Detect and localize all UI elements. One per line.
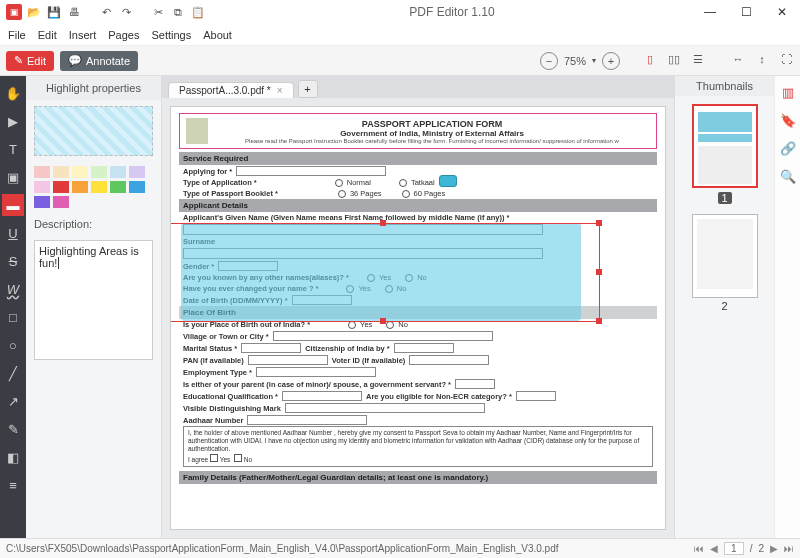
fit-page-icon[interactable]: ⛶ [778,53,794,69]
resize-handle-ne[interactable] [596,220,602,226]
form-title: PASSPORT APPLICATION FORM [214,119,650,129]
annotate-mode-button[interactable]: 💬 Annotate [60,51,138,71]
color-swatch[interactable] [34,181,50,193]
parentgov-input[interactable] [455,379,495,389]
sticky-note-icon[interactable]: ▣ [2,166,24,188]
document-tab[interactable]: PassportA...3.0.pdf * × [168,82,294,98]
continuous-icon[interactable]: ☰ [690,53,706,69]
color-swatch[interactable] [53,166,69,178]
bookmarks-icon[interactable]: 🔖 [778,110,798,130]
p60-radio[interactable] [402,190,410,198]
thumbnail-page-2[interactable] [692,214,758,298]
color-swatch[interactable] [72,166,88,178]
description-textarea[interactable]: Highlighting Areas is fun! [34,240,153,360]
marital-input[interactable] [241,343,301,353]
maximize-button[interactable]: ☐ [728,0,764,24]
paste-icon[interactable]: 📋 [190,4,206,20]
resize-handle-n[interactable] [380,220,386,226]
undo-icon[interactable]: ↶ [98,4,114,20]
agree-yes-checkbox[interactable] [210,454,218,462]
color-swatch[interactable] [91,181,107,193]
thumbnails-icon[interactable]: ▥ [778,82,798,102]
normal-radio[interactable] [335,179,343,187]
arrow-tool-icon[interactable]: ↗ [2,390,24,412]
voter-input[interactable] [409,355,489,365]
minimize-button[interactable]: ― [692,0,728,24]
prev-page-icon[interactable]: ◀ [710,543,718,554]
print-icon[interactable]: 🖶 [66,4,82,20]
color-swatch[interactable] [110,181,126,193]
open-icon[interactable]: 📂 [26,4,42,20]
p36-radio[interactable] [338,190,346,198]
search-icon[interactable]: 🔍 [778,166,798,186]
page-current[interactable]: 1 [724,542,744,555]
distmark-input[interactable] [285,403,485,413]
resize-handle-s[interactable] [380,318,386,324]
line-tool-icon[interactable]: ╱ [2,362,24,384]
edu-input[interactable] [282,391,362,401]
hand-tool-icon[interactable]: ✋ [2,82,24,104]
color-swatch[interactable] [91,166,107,178]
rectangle-tool-icon[interactable]: □ [2,306,24,328]
squiggly-tool-icon[interactable]: W [2,278,24,300]
applying-for-input[interactable] [236,166,386,176]
tab-close-icon[interactable]: × [277,85,283,96]
single-page-icon[interactable]: ▯ [642,53,658,69]
attachments-icon[interactable]: 🔗 [778,138,798,158]
citizen-input[interactable] [394,343,454,353]
menu-insert[interactable]: Insert [69,29,97,41]
menu-edit[interactable]: Edit [38,29,57,41]
menu-settings[interactable]: Settings [151,29,191,41]
next-page-icon[interactable]: ▶ [770,543,778,554]
last-page-icon[interactable]: ⏭ [784,543,794,554]
village-input[interactable] [273,331,493,341]
copy-icon[interactable]: ⧉ [170,4,186,20]
save-icon[interactable]: 💾 [46,4,62,20]
fit-width-icon[interactable]: ↔ [730,53,746,69]
zoom-level[interactable]: 75% [564,55,586,67]
color-swatch[interactable] [34,196,50,208]
nonecr-input[interactable] [516,391,556,401]
aadhaar-input[interactable] [247,415,367,425]
color-swatch[interactable] [34,166,50,178]
ellipse-tool-icon[interactable]: ○ [2,334,24,356]
cut-icon[interactable]: ✂ [150,4,166,20]
stamp-tool-icon[interactable]: ≡ [2,474,24,496]
tatkaal-radio[interactable] [399,179,407,187]
agree-no-checkbox[interactable] [234,454,242,462]
color-swatch[interactable] [53,196,69,208]
color-swatch[interactable] [53,181,69,193]
color-swatch[interactable] [129,181,145,193]
new-tab-button[interactable]: + [298,80,318,98]
resize-handle-se[interactable] [596,318,602,324]
resize-handle-e[interactable] [596,269,602,275]
emp-input[interactable] [256,367,376,377]
redo-icon[interactable]: ↷ [118,4,134,20]
zoom-out-button[interactable]: − [540,52,558,70]
two-page-icon[interactable]: ▯▯ [666,53,682,69]
highlight-annotation[interactable] [181,223,581,321]
first-page-icon[interactable]: ⏮ [694,543,704,554]
page-total: 2 [758,543,764,554]
zoom-in-button[interactable]: + [602,52,620,70]
highlight-area-tool-icon[interactable]: ▬ [2,194,24,216]
close-button[interactable]: ✕ [764,0,800,24]
color-swatch[interactable] [72,181,88,193]
color-swatch[interactable] [129,166,145,178]
strikeout-tool-icon[interactable]: S [2,250,24,272]
menu-pages[interactable]: Pages [108,29,139,41]
page-view[interactable]: PASSPORT APPLICATION FORM Government of … [170,106,666,530]
select-tool-icon[interactable]: ▶ [2,110,24,132]
underline-tool-icon[interactable]: U [2,222,24,244]
text-tool-icon[interactable]: T [2,138,24,160]
pencil-tool-icon[interactable]: ✎ [2,418,24,440]
annotation-note-icon[interactable] [439,175,457,187]
menu-file[interactable]: File [8,29,26,41]
color-swatch[interactable] [110,166,126,178]
edit-mode-button[interactable]: ✎ Edit [6,51,54,71]
thumbnail-page-1[interactable] [692,104,758,188]
menu-about[interactable]: About [203,29,232,41]
pan-input[interactable] [248,355,328,365]
eraser-tool-icon[interactable]: ◧ [2,446,24,468]
fit-height-icon[interactable]: ↕ [754,53,770,69]
